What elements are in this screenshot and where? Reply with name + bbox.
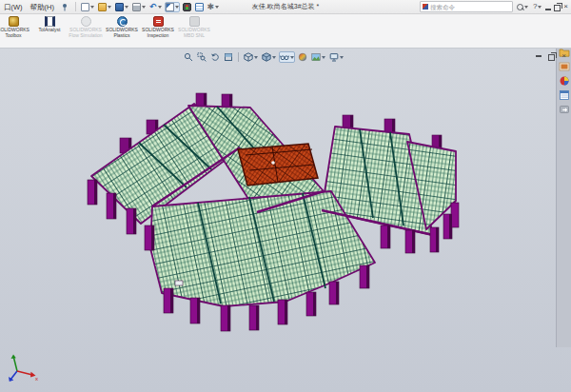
help-icon: ? [533,1,537,12]
open-folder-icon [98,3,107,11]
print-button[interactable] [131,2,147,12]
glasses-icon [280,52,289,62]
chevron-down-icon[interactable] [158,6,162,9]
zoom-to-fit-button[interactable] [183,51,194,63]
red-section-hole [271,161,275,165]
tolanalyst-icon [45,16,55,27]
minimize-button[interactable] [545,9,551,10]
column-opening [175,281,183,285]
monitor-icon [329,52,339,62]
chevron-down-icon[interactable] [340,56,344,59]
chevron-down-icon[interactable] [254,56,258,59]
toolbar-separator [238,52,239,62]
task-pane-view-palette-tab[interactable] [558,60,570,72]
zoom-to-area-button[interactable] [196,51,207,63]
command-search-box[interactable] [420,1,513,12]
addin-inspection[interactable]: SOLIDWORKS Inspection [140,13,176,39]
chevron-down-icon[interactable] [142,6,146,9]
chevron-down-icon[interactable] [322,56,325,59]
titlebar: 口(W) 帮助(H) ↶ ✱ 友佳.欧尚名城3#总装 * ? × [0,0,571,14]
apply-scene-button[interactable] [310,51,326,63]
search-icon [517,4,523,10]
pin-icon[interactable] [61,3,69,11]
toolbar-separator [75,2,76,11]
chevron-down-icon[interactable] [175,6,179,9]
chevron-down-icon[interactable] [215,6,219,9]
plastics-icon [117,16,128,27]
task-pane-resources-tab[interactable] [558,103,570,115]
new-file-button[interactable] [80,2,95,12]
reference-triad: x [4,352,42,384]
menu-item-help[interactable]: 帮助(H) [27,1,58,13]
zoom-to-area-icon [197,52,207,62]
hide-show-items-button[interactable] [279,51,295,63]
menu-item-window[interactable]: 口(W) [0,1,27,13]
custom-properties-icon [559,89,570,101]
mbd-icon [189,16,200,27]
toolbox-icon [9,16,19,27]
chevron-down-icon[interactable] [108,6,111,9]
addin-label: SOLIDWORKS Inspection [140,28,176,39]
display-style-button[interactable] [261,51,277,63]
document-window-controls: × [536,51,566,61]
chevron-down-icon[interactable] [272,56,276,59]
traffic-light-icon [183,3,191,11]
open-file-button[interactable] [97,2,112,12]
select-tool-button[interactable] [165,2,180,12]
slab-central-mass [150,191,375,306]
doc-restore-button[interactable] [548,54,555,61]
addin-solidworks-toolbox[interactable]: SOLIDWORKS Toolbox [0,13,31,39]
assembly-model[interactable] [0,49,571,392]
appearances-ball-icon [559,75,570,87]
view-orientation-cube-icon [244,52,253,62]
select-cursor-icon [166,3,174,11]
quick-access-toolbar: ↶ ✱ [80,2,220,12]
view-settings-button[interactable] [328,51,345,63]
chevron-down-icon[interactable] [90,6,94,9]
addin-mbd-snl[interactable]: SOLIDWORKS MBD SNL [176,13,212,39]
flow-simulation-icon [81,16,91,27]
section-view-icon [224,52,233,62]
task-pane-custom-properties-tab[interactable] [558,88,570,101]
red-section[interactable] [238,144,318,186]
addin-label: SOLIDWORKS Plastics [104,28,140,39]
graphics-viewport[interactable]: × x [0,49,571,392]
chevron-down-icon[interactable] [538,6,541,9]
addin-plastics[interactable]: SOLIDWORKS Plastics [104,13,140,39]
options-button[interactable]: ✱ [207,2,221,12]
task-pane-strip [556,13,571,347]
chevron-down-icon[interactable] [125,6,128,9]
previous-view-icon [210,52,220,62]
inspection-icon [153,16,164,27]
restore-button[interactable] [554,5,561,11]
solidworks-window: { "titlebar": { "menu": [ {"label": "口(W… [0,0,571,392]
view-orientation-button[interactable] [243,51,259,63]
close-button[interactable]: × [563,1,568,12]
search-input[interactable] [430,4,510,10]
display-style-icon [262,52,271,62]
addin-label: SOLIDWORKS MBD SNL [176,28,212,39]
undo-button[interactable]: ↶ [148,2,163,12]
edit-appearance-button[interactable] [297,51,308,63]
addin-flow-simulation[interactable]: SOLIDWORKS Flow Simulation [68,13,104,39]
doc-minimize-button[interactable] [536,55,541,57]
gear-icon: ✱ [207,3,215,11]
help-button[interactable]: ? [532,0,542,13]
chevron-down-icon[interactable] [290,56,294,59]
printer-icon [132,3,141,11]
section-view-button[interactable] [223,51,234,63]
search-button[interactable] [516,3,529,11]
previous-view-button[interactable] [209,51,221,63]
save-button[interactable] [114,2,129,12]
task-pane-appearances-tab[interactable] [558,74,570,87]
file-properties-button[interactable] [194,2,205,12]
document-title: 友佳.欧尚名城3#总装 * [252,0,319,12]
addin-label: TolAnalyst [31,28,68,33]
rebuild-button[interactable] [182,2,192,12]
addin-label: SOLIDWORKS Toolbox [0,28,31,39]
doc-close-button[interactable]: × [561,51,566,60]
addin-tolanalyst[interactable]: TolAnalyst [31,13,68,33]
save-icon [115,3,124,11]
new-file-icon [81,3,89,11]
chevron-down-icon[interactable] [524,6,528,9]
